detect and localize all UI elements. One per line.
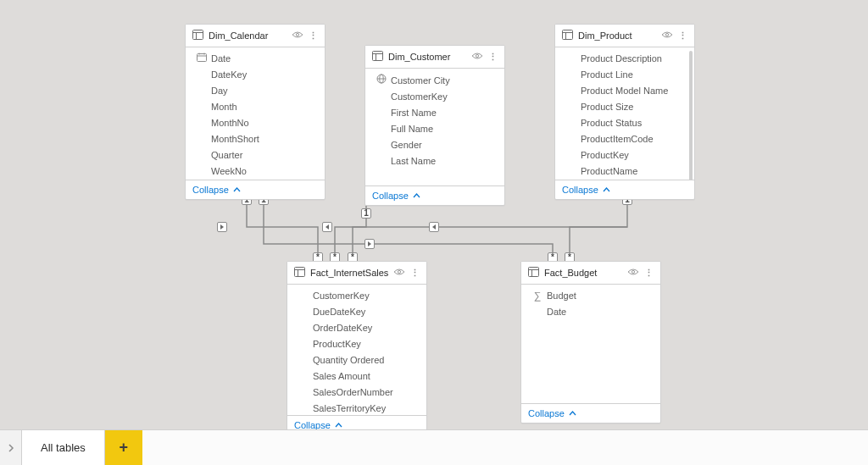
field-label: Gender — [391, 139, 422, 152]
field-row[interactable]: ∑Budget — [521, 288, 660, 304]
table-title: Fact_Budget — [544, 268, 622, 278]
field-row[interactable]: First Name — [365, 105, 504, 121]
collapse-button[interactable]: Collapse — [555, 180, 694, 199]
field-row[interactable]: Product Model Name — [555, 83, 694, 99]
field-row[interactable]: SalesOrderNumber — [287, 385, 426, 401]
field-row[interactable]: DueDateKey — [287, 304, 426, 320]
field-row[interactable]: CustomerKey — [287, 288, 426, 304]
svg-point-11 — [476, 54, 478, 57]
chevron-up-icon — [413, 191, 420, 201]
field-row[interactable]: DateKey — [186, 67, 325, 83]
field-label: MonthShort — [211, 133, 259, 146]
table-title: Dim_Customer — [388, 52, 466, 62]
field-label: Sales Amount — [313, 370, 370, 383]
table-card-fact_budget[interactable]: Fact_Budget⋮∑BudgetDateCollapse — [520, 261, 661, 423]
add-tab-button[interactable]: + — [105, 430, 142, 465]
chevron-up-icon — [603, 185, 610, 195]
table-header[interactable]: Dim_Calendar⋮ — [186, 25, 325, 47]
collapse-button[interactable]: Collapse — [186, 180, 325, 199]
all-tables-label: All tables — [41, 441, 86, 454]
table-card-dim_product[interactable]: Dim_Product⋮Product DescriptionProduct L… — [554, 24, 695, 200]
field-row[interactable]: ProductKey — [555, 147, 694, 163]
field-row[interactable]: Date — [521, 304, 660, 320]
svg-point-18 — [665, 33, 668, 36]
field-row[interactable]: ProductKey — [287, 336, 426, 352]
expand-pane-button[interactable] — [0, 430, 22, 465]
field-label: WeekNo — [211, 165, 247, 178]
table-header[interactable]: Fact_Budget⋮ — [521, 262, 660, 285]
more-menu-button[interactable]: ⋮ — [678, 30, 688, 42]
table-title: Fact_InternetSales — [310, 268, 388, 278]
filter-direction-icon — [322, 222, 332, 232]
sigma-icon: ∑ — [531, 290, 543, 302]
svg-point-22 — [398, 270, 401, 273]
field-label: ProductItemCode — [581, 133, 654, 146]
globe-icon — [376, 74, 387, 87]
filter-direction-icon — [217, 222, 227, 232]
visibility-toggle[interactable] — [393, 268, 405, 278]
field-row[interactable]: Product Status — [555, 115, 694, 131]
table-header[interactable]: Dim_Product⋮ — [555, 25, 694, 47]
field-label: Product Line — [581, 69, 633, 81]
field-row[interactable]: Product Line — [555, 67, 694, 83]
field-row[interactable]: Gender — [365, 137, 504, 153]
collapse-label: Collapse — [372, 191, 409, 201]
more-menu-button[interactable]: ⋮ — [410, 268, 420, 279]
collapse-button[interactable]: Collapse — [365, 185, 504, 205]
field-row[interactable]: CustomerKey — [365, 89, 504, 105]
table-card-fact_internetsales[interactable]: Fact_InternetSales⋮CustomerKeyDueDateKey… — [287, 261, 427, 435]
field-row[interactable]: Full Name — [365, 121, 504, 137]
field-row[interactable]: ProductItemCode — [555, 131, 694, 147]
field-row[interactable]: Customer City — [365, 72, 504, 89]
field-label: ProductKey — [313, 338, 361, 351]
collapse-button[interactable]: Collapse — [521, 403, 660, 423]
field-row[interactable]: ProductName — [555, 163, 694, 180]
table-card-dim_calendar[interactable]: Dim_Calendar⋮DateDateKeyDayMonthMonthNoM… — [185, 24, 326, 200]
visibility-toggle[interactable] — [661, 30, 673, 41]
field-row[interactable]: Day — [186, 83, 325, 99]
field-label: SalesOrderNumber — [313, 386, 393, 399]
visibility-toggle[interactable] — [292, 30, 303, 41]
model-canvas[interactable]: 1 1 1 1 * * * * * Dim_Calendar⋮DateDateK… — [0, 0, 868, 429]
table-title: Dim_Calendar — [209, 30, 287, 41]
field-label: First Name — [391, 107, 437, 119]
field-label: Day — [211, 85, 228, 97]
more-menu-button[interactable]: ⋮ — [644, 268, 654, 279]
more-menu-button[interactable]: ⋮ — [488, 52, 498, 63]
field-label: CustomerKey — [313, 290, 370, 302]
field-row[interactable]: Sales Amount — [287, 368, 426, 385]
field-row[interactable]: Product Size — [555, 99, 694, 115]
footer-bar: All tables + — [0, 429, 868, 465]
fields-list: DateDateKeyDayMonthMonthNoMonthShortQuar… — [186, 47, 325, 180]
svg-rect-15 — [563, 30, 573, 40]
all-tables-tab[interactable]: All tables — [22, 430, 105, 465]
table-icon — [562, 30, 573, 42]
field-row[interactable]: WeekNo — [186, 163, 325, 180]
field-label: DateKey — [211, 69, 247, 81]
table-header[interactable]: Dim_Customer⋮ — [365, 46, 504, 69]
filter-direction-icon — [429, 222, 439, 232]
field-label: Quantity Ordered — [313, 354, 384, 367]
field-row[interactable]: Last Name — [365, 153, 504, 169]
field-row[interactable]: Date — [186, 51, 325, 67]
field-label: Customer City — [391, 75, 450, 87]
field-row[interactable]: OrderDateKey — [287, 320, 426, 336]
more-menu-button[interactable]: ⋮ — [309, 30, 319, 42]
field-label: ProductName — [581, 165, 637, 178]
field-row[interactable]: MonthNo — [186, 115, 325, 131]
table-header[interactable]: Fact_InternetSales⋮ — [287, 262, 426, 285]
visibility-toggle[interactable] — [627, 268, 639, 278]
field-row[interactable]: SalesTerritoryKey — [287, 401, 426, 415]
field-row[interactable]: Month — [186, 99, 325, 115]
table-icon — [372, 51, 383, 63]
field-row[interactable]: Quantity Ordered — [287, 352, 426, 368]
table-card-dim_customer[interactable]: Dim_Customer⋮Customer CityCustomerKeyFir… — [364, 45, 505, 206]
field-row[interactable]: Quarter — [186, 147, 325, 163]
field-row[interactable]: Product Description — [555, 51, 694, 67]
table-icon — [294, 267, 305, 279]
scrollbar[interactable] — [689, 51, 693, 180]
field-row[interactable]: MonthShort — [186, 131, 325, 147]
field-label: Last Name — [391, 155, 436, 168]
visibility-toggle[interactable] — [471, 52, 483, 62]
svg-rect-23 — [529, 268, 539, 277]
